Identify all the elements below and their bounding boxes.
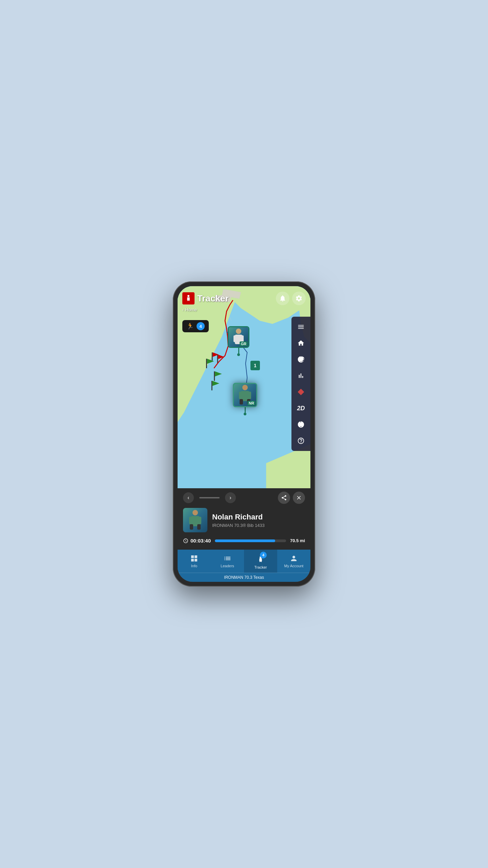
svg-rect-21 bbox=[248, 392, 251, 399]
globe-button[interactable] bbox=[293, 417, 308, 432]
time-value: 00:03:40 bbox=[190, 538, 211, 544]
distance-label: 70.5 mi bbox=[290, 538, 305, 543]
svg-rect-3 bbox=[214, 371, 215, 381]
runner-icon: 🏃 bbox=[186, 322, 194, 330]
2d-label: 2D bbox=[297, 405, 305, 412]
ironman-logo bbox=[182, 292, 195, 304]
leaders-tab[interactable]: Leaders bbox=[211, 550, 244, 573]
footer-bar: IRONMAN 70.3 Texas bbox=[178, 573, 310, 582]
athlete-initials-nr: NR bbox=[247, 401, 256, 406]
svg-rect-28 bbox=[190, 524, 193, 530]
phone-shell: Tracker bbox=[173, 281, 315, 587]
svg-rect-7 bbox=[212, 352, 213, 360]
athlete-avatar bbox=[183, 508, 207, 532]
svg-rect-5 bbox=[211, 381, 212, 390]
marker-pin-gr bbox=[238, 348, 239, 353]
tracker-tab-label: Tracker bbox=[255, 565, 267, 569]
account-tab-label: My Account bbox=[284, 564, 304, 568]
hamburger-icon bbox=[297, 323, 305, 331]
checkpoint-1[interactable]: 1 bbox=[250, 361, 260, 370]
bar-chart-icon bbox=[297, 372, 305, 379]
marker-pin-nr bbox=[245, 407, 246, 413]
athlete-photo-gr: GR bbox=[228, 326, 249, 348]
athlete-initials-gr: GR bbox=[240, 341, 248, 346]
athletes-count: 4 bbox=[197, 322, 205, 330]
svg-rect-27 bbox=[198, 517, 201, 524]
share-icon bbox=[281, 495, 287, 501]
clock-icon bbox=[183, 538, 188, 544]
info-tab[interactable]: Info bbox=[178, 550, 211, 573]
tracker-badge: 4 bbox=[260, 552, 267, 558]
prev-athlete-button[interactable]: ‹ bbox=[183, 492, 194, 503]
panel-nav: ‹ › bbox=[183, 492, 236, 503]
close-icon bbox=[296, 495, 302, 501]
athlete-photo-nr: NR bbox=[233, 383, 257, 407]
crosshair-icon bbox=[297, 356, 305, 363]
chart-button[interactable] bbox=[293, 368, 308, 383]
svg-point-18 bbox=[242, 385, 248, 390]
bottom-panel: ‹ › bbox=[178, 488, 310, 582]
progress-section: 00:03:40 70.5 mi bbox=[178, 535, 310, 550]
athletes-count-badge[interactable]: 🏃 4 bbox=[182, 320, 209, 332]
svg-rect-17 bbox=[241, 335, 244, 342]
svg-point-24 bbox=[192, 510, 198, 515]
panel-actions bbox=[278, 492, 305, 504]
svg-rect-20 bbox=[239, 392, 242, 399]
help-button[interactable] bbox=[293, 433, 308, 448]
svg-rect-26 bbox=[189, 517, 192, 524]
athlete-marker-gr[interactable]: GR bbox=[228, 326, 249, 356]
next-athlete-button[interactable]: › bbox=[225, 492, 236, 503]
tracker-tab[interactable]: 4 Tracker bbox=[244, 550, 277, 573]
info-tab-label: Info bbox=[191, 564, 197, 568]
leaders-tab-label: Leaders bbox=[221, 564, 234, 568]
svg-rect-22 bbox=[240, 399, 243, 405]
home-link[interactable]: ‹ Home bbox=[182, 307, 306, 312]
time-display: 00:03:40 bbox=[183, 538, 211, 544]
ironman-logo-icon bbox=[184, 294, 192, 302]
header: Tracker bbox=[178, 286, 310, 315]
progress-bar-container bbox=[215, 539, 286, 542]
share-button[interactable] bbox=[278, 492, 290, 504]
app-title: Tracker bbox=[197, 293, 229, 304]
svg-rect-1 bbox=[206, 359, 207, 368]
header-left: Tracker bbox=[182, 292, 229, 304]
close-panel-button[interactable] bbox=[293, 492, 305, 504]
progress-info: 00:03:40 70.5 mi bbox=[183, 538, 305, 544]
bell-icon bbox=[279, 295, 286, 302]
marker-dot-nr bbox=[244, 413, 246, 415]
progress-bar-fill bbox=[215, 539, 275, 542]
home-map-icon bbox=[297, 339, 305, 347]
account-tab[interactable]: My Account bbox=[277, 550, 310, 573]
info-tab-icon bbox=[190, 554, 198, 563]
leaders-tab-icon bbox=[223, 554, 231, 563]
notification-button[interactable] bbox=[276, 292, 289, 305]
menu-button[interactable] bbox=[293, 319, 308, 334]
recenter-button[interactable] bbox=[293, 352, 308, 367]
svg-rect-16 bbox=[233, 335, 236, 342]
settings-button[interactable] bbox=[292, 292, 306, 305]
2d-view-button[interactable]: 2D bbox=[293, 401, 308, 416]
svg-point-14 bbox=[236, 329, 241, 334]
direction-icon bbox=[297, 388, 305, 396]
athlete-details: Nolan Richard IRONMAN 70.3® Bib 1433 bbox=[212, 513, 305, 528]
gear-icon bbox=[295, 295, 303, 302]
athlete-info: Nolan Richard IRONMAN 70.3® Bib 1433 bbox=[178, 504, 310, 535]
drag-handle bbox=[199, 497, 220, 498]
globe-icon bbox=[297, 421, 305, 428]
event-name: IRONMAN 70.3 Texas bbox=[224, 575, 264, 580]
marker-dot-gr bbox=[237, 353, 240, 356]
direction-button[interactable] bbox=[293, 384, 308, 399]
help-icon bbox=[297, 437, 305, 445]
svg-rect-29 bbox=[197, 524, 201, 530]
home-map-button[interactable] bbox=[293, 336, 308, 351]
phone-screen: Tracker bbox=[178, 286, 310, 582]
svg-rect-9 bbox=[217, 355, 218, 363]
right-sidebar: 2D bbox=[291, 317, 310, 451]
bottom-nav: Info Leaders 4 bbox=[178, 550, 310, 573]
athlete-marker-nr[interactable]: NR bbox=[233, 383, 257, 415]
svg-point-11 bbox=[187, 295, 189, 297]
map-area: Tracker bbox=[178, 286, 310, 488]
athlete-race: IRONMAN 70.3® Bib 1433 bbox=[212, 523, 305, 528]
athlete-name: Nolan Richard bbox=[212, 513, 305, 521]
header-right bbox=[276, 292, 306, 305]
